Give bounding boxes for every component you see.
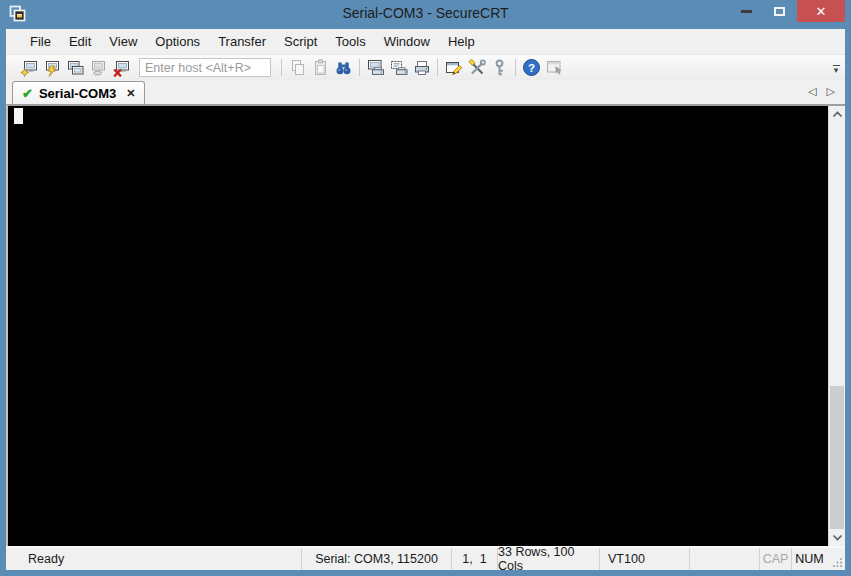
host-input[interactable] bbox=[139, 58, 271, 77]
status-blank bbox=[689, 548, 759, 570]
scrollbar-thumb[interactable] bbox=[830, 386, 844, 529]
toolbar-overflow-button[interactable]: ▾ bbox=[830, 60, 842, 76]
statusbar: Ready Serial: COM3, 115200 1, 1 33 Rows,… bbox=[6, 546, 845, 570]
window-title: Serial-COM3 - SecureCRT bbox=[0, 0, 851, 26]
tab-label: Serial-COM3 bbox=[39, 86, 116, 101]
paste-icon[interactable] bbox=[309, 57, 332, 79]
minimize-button[interactable] bbox=[731, 0, 761, 22]
menu-script[interactable]: Script bbox=[275, 31, 326, 52]
caption-buttons: ✕ bbox=[731, 0, 845, 22]
tab-scroll-left-icon[interactable]: ◁ bbox=[808, 85, 816, 97]
menu-options[interactable]: Options bbox=[146, 31, 209, 52]
terminal-area bbox=[6, 104, 845, 546]
whats-this-icon[interactable] bbox=[543, 57, 566, 79]
tabbar: ✔ Serial-COM3 ✕ ◁ ▷ bbox=[6, 80, 845, 104]
terminal-cursor bbox=[14, 108, 23, 124]
copy-icon[interactable] bbox=[286, 57, 309, 79]
app-window: Serial-COM3 - SecureCRT ✕ File Edit View… bbox=[0, 0, 851, 576]
menu-edit[interactable]: Edit bbox=[60, 31, 100, 52]
menu-tools[interactable]: Tools bbox=[326, 31, 374, 52]
reconnect-icon[interactable] bbox=[87, 57, 110, 79]
menu-help[interactable]: Help bbox=[439, 31, 484, 52]
tab-close-icon[interactable]: ✕ bbox=[126, 87, 135, 100]
status-connection: Serial: COM3, 115200 bbox=[301, 548, 451, 570]
toolbar-separator bbox=[359, 59, 360, 76]
status-terminal-size: 33 Rows, 100 Cols bbox=[497, 548, 599, 570]
tab-scroll-buttons: ◁ ▷ bbox=[801, 85, 835, 98]
keygen-icon[interactable] bbox=[488, 57, 511, 79]
toolbar: ? ▾ bbox=[6, 54, 845, 80]
minimize-icon bbox=[741, 10, 752, 13]
connected-check-icon: ✔ bbox=[22, 86, 33, 101]
global-options-icon[interactable] bbox=[465, 57, 488, 79]
scroll-up-button[interactable] bbox=[829, 106, 845, 123]
connect-icon[interactable] bbox=[18, 57, 41, 79]
maximize-button[interactable] bbox=[764, 0, 794, 22]
status-cursor-position: 1, 1 bbox=[451, 548, 497, 570]
vertical-scrollbar[interactable] bbox=[828, 106, 845, 546]
tab-serial-com3[interactable]: ✔ Serial-COM3 ✕ bbox=[12, 81, 145, 104]
help-icon[interactable]: ? bbox=[520, 57, 543, 79]
resize-grip[interactable] bbox=[827, 548, 845, 570]
menu-view[interactable]: View bbox=[100, 31, 146, 52]
maximize-icon bbox=[774, 7, 785, 16]
toolbar-separator bbox=[281, 59, 282, 76]
find-icon[interactable] bbox=[332, 57, 355, 79]
terminal-screen[interactable] bbox=[8, 106, 828, 546]
disconnect-icon[interactable] bbox=[110, 57, 133, 79]
menu-transfer[interactable]: Transfer bbox=[209, 31, 275, 52]
connect-in-tab-icon[interactable] bbox=[64, 57, 87, 79]
titlebar: Serial-COM3 - SecureCRT ✕ bbox=[0, 0, 851, 29]
menu-file[interactable]: File bbox=[21, 31, 60, 52]
status-num-lock: NUM bbox=[791, 548, 827, 570]
svg-text:?: ? bbox=[528, 62, 535, 74]
menu-window[interactable]: Window bbox=[375, 31, 439, 52]
print-icon[interactable] bbox=[410, 57, 433, 79]
scroll-down-button[interactable] bbox=[829, 529, 845, 546]
menubar: File Edit View Options Transfer Script T… bbox=[6, 29, 845, 54]
toolbar-separator bbox=[437, 59, 438, 76]
status-caps-lock: CAP bbox=[759, 548, 791, 570]
status-ready: Ready bbox=[6, 548, 301, 570]
status-emulation: VT100 bbox=[599, 548, 689, 570]
print-screen-icon[interactable] bbox=[364, 57, 387, 79]
session-options-icon[interactable] bbox=[442, 57, 465, 79]
print-selection-icon[interactable] bbox=[387, 57, 410, 79]
scrollbar-track[interactable] bbox=[829, 123, 845, 529]
tab-scroll-right-icon[interactable]: ▷ bbox=[827, 85, 835, 97]
close-button[interactable]: ✕ bbox=[797, 0, 845, 22]
quick-connect-icon[interactable] bbox=[41, 57, 64, 79]
toolbar-separator bbox=[515, 59, 516, 76]
